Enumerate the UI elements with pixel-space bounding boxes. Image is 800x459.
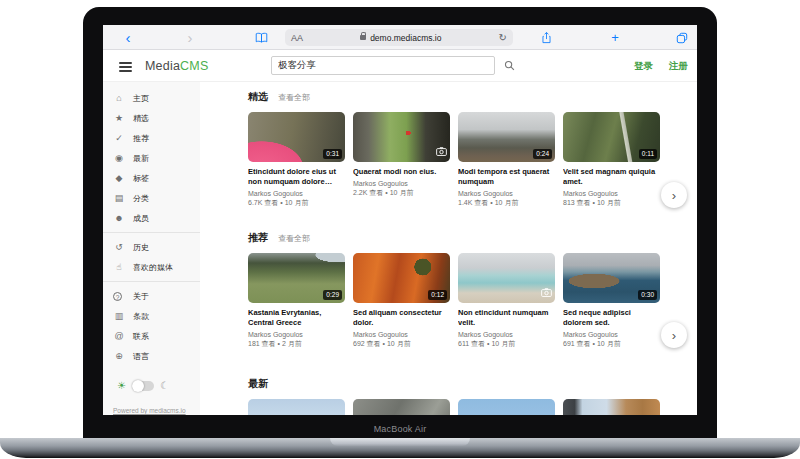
terms-icon: ▥ <box>113 311 125 321</box>
carousel-next-button[interactable]: › <box>661 322 687 348</box>
video-thumbnail <box>458 253 555 303</box>
video-author: Markos Gogoulos <box>458 190 555 197</box>
reader-view-button[interactable]: AA <box>291 33 303 43</box>
contact-icon: @ <box>113 331 125 341</box>
about-icon: ? <box>113 292 122 301</box>
video-thumbnail: 0:30 <box>563 253 660 303</box>
video-card[interactable] <box>563 399 660 415</box>
video-card[interactable]: 0:31 Etincidunt dolore eius ut non numqu… <box>248 112 345 208</box>
sidebar-item-home[interactable]: ⌂ 主页 <box>103 88 200 108</box>
video-card[interactable]: Quaerat modi non eius. Markos Gogoulos 2… <box>353 112 450 208</box>
video-meta: 181 查看 • 2 月前 <box>248 339 345 349</box>
light-mode-icon: ☀ <box>117 380 126 391</box>
video-author: Markos Gogoulos <box>248 190 345 197</box>
video-meta: 691 查看 • 10 月前 <box>563 339 660 349</box>
video-thumbnail: 0:31 <box>248 112 345 162</box>
theme-switch-row: ☀ ☾ <box>103 380 200 391</box>
video-thumbnail <box>248 399 345 415</box>
site-logo[interactable]: MediaCMS <box>145 59 208 73</box>
browser-toolbar: ‹ › AA demo.mediacms.io ↻ + <box>103 25 697 50</box>
sidebar-item-terms[interactable]: ▥ 条款 <box>103 306 200 326</box>
sidebar-item-language[interactable]: ⊕ 语言 <box>103 346 200 366</box>
view-all-link[interactable]: 查看全部 <box>278 233 310 244</box>
lock-icon <box>360 35 366 40</box>
new-tab-icon[interactable]: + <box>608 25 622 50</box>
search-icon[interactable] <box>501 57 517 74</box>
video-thumbnail <box>353 399 450 415</box>
video-card[interactable]: 0:12 Sed aliquam consectetur dolor. Mark… <box>353 253 450 349</box>
video-card[interactable]: 0:29 Kastania Evrytanias, Central Greece… <box>248 253 345 349</box>
main-content: 精选 查看全部 0:31 Etincidunt dolore eius ut n… <box>200 82 697 415</box>
star-icon: ★ <box>113 113 125 123</box>
section-recommended: 推荐 查看全部 0:29 Kastania Evrytanias, Centra… <box>248 231 693 349</box>
back-button[interactable]: ‹ <box>121 25 135 50</box>
section-latest: 最新 <box>248 377 693 415</box>
video-thumbnail: 0:29 <box>248 253 345 303</box>
duration-badge: 0:12 <box>428 290 447 300</box>
sidebar-item-liked-media[interactable]: ☝ 喜欢的媒体 <box>103 257 200 277</box>
thumb-up-icon: ☝ <box>113 262 125 272</box>
video-card[interactable]: 0:11 Velit sed magnam quiquia amet. Mark… <box>563 112 660 208</box>
screen: ‹ › AA demo.mediacms.io ↻ + <box>103 25 697 415</box>
carousel-next-button[interactable]: › <box>661 182 687 208</box>
menu-icon[interactable] <box>119 62 132 74</box>
sidebar-item-about[interactable]: ? 关于 <box>103 286 200 306</box>
tabs-icon[interactable] <box>675 25 689 50</box>
video-meta: 6.7K 查看 • 10 月前 <box>248 198 345 208</box>
video-author: Markos Gogoulos <box>353 331 450 338</box>
sidebar-item-categories[interactable]: ▤ 分类 <box>103 188 200 208</box>
site-header: MediaCMS 登录 注册 <box>103 50 697 82</box>
share-icon[interactable] <box>539 25 553 50</box>
video-meta: 692 查看 • 10 月前 <box>353 339 450 349</box>
video-card[interactable]: 0:30 Sed neque adipisci dolorem sed. Mar… <box>563 253 660 349</box>
theme-toggle[interactable] <box>132 381 154 391</box>
screen-bezel: ‹ › AA demo.mediacms.io ↻ + <box>83 7 717 440</box>
dark-mode-icon: ☾ <box>160 380 169 391</box>
section-title: 精选 <box>248 90 268 104</box>
duration-badge: 0:29 <box>323 290 342 300</box>
sidebar-item-latest[interactable]: ◉ 最新 <box>103 148 200 168</box>
new-releases-icon: ◉ <box>113 153 125 163</box>
video-meta: 2.2K 查看 • 10 月前 <box>353 188 450 198</box>
sidebar-item-members[interactable]: ☻ 成员 <box>103 208 200 228</box>
register-link[interactable]: 注册 <box>669 60 688 73</box>
home-icon: ⌂ <box>113 93 125 103</box>
video-author: Markos Gogoulos <box>458 331 555 338</box>
duration-badge: 0:31 <box>323 149 342 159</box>
video-card[interactable] <box>458 399 555 415</box>
video-thumbnail <box>458 399 555 415</box>
video-thumbnail: 0:24 <box>458 112 555 162</box>
video-author: Markos Gogoulos <box>248 331 345 338</box>
login-link[interactable]: 登录 <box>634 60 653 73</box>
auth-links: 登录 注册 <box>634 50 688 82</box>
section-featured: 精选 查看全部 0:31 Etincidunt dolore eius ut n… <box>248 90 693 208</box>
powered-by-link[interactable]: Powered by mediacms.io <box>113 407 186 414</box>
sidebar-item-recommended[interactable]: ✓ 推荐 <box>103 128 200 148</box>
video-card[interactable] <box>248 399 345 415</box>
sidebar: ⌂ 主页 ★ 精选 ✓ 推荐 ◉ 最新 ◆ 标签 ▤ 分类 <box>103 82 200 415</box>
video-card[interactable]: 0:24 Modi tempora est quaerat numquam Ma… <box>458 112 555 208</box>
video-card[interactable] <box>353 399 450 415</box>
video-thumbnail <box>563 399 660 415</box>
sidebar-item-contact[interactable]: @ 联系 <box>103 326 200 346</box>
address-bar[interactable]: AA demo.mediacms.io ↻ <box>285 29 513 46</box>
forward-button[interactable]: › <box>183 25 197 50</box>
image-media-icon <box>436 142 447 160</box>
search-input[interactable] <box>271 56 495 75</box>
category-icon: ▤ <box>113 193 125 203</box>
duration-badge: 0:24 <box>533 149 552 159</box>
section-title: 推荐 <box>248 231 268 245</box>
language-icon: ⊕ <box>113 351 125 361</box>
device-label: MacBook Air <box>83 424 717 434</box>
sidebar-item-history[interactable]: ↺ 历史 <box>103 237 200 257</box>
bookmarks-icon[interactable] <box>253 25 269 50</box>
reload-icon[interactable]: ↻ <box>499 32 507 43</box>
sidebar-item-tags[interactable]: ◆ 标签 <box>103 168 200 188</box>
view-all-link[interactable]: 查看全部 <box>278 92 310 103</box>
sidebar-item-featured[interactable]: ★ 精选 <box>103 108 200 128</box>
video-card[interactable]: Non etincidunt numquam velit. Markos Gog… <box>458 253 555 349</box>
duration-badge: 0:11 <box>639 149 657 159</box>
video-thumbnail <box>353 112 450 162</box>
macbook-mockup: ‹ › AA demo.mediacms.io ↻ + <box>0 0 800 459</box>
video-author: Markos Gogoulos <box>563 331 660 338</box>
